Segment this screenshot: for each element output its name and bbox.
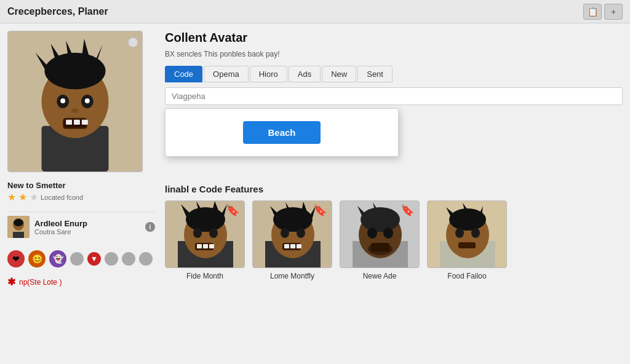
heart-icon: ❤ [12, 254, 20, 264]
star-2: ★ [18, 191, 27, 203]
user-name: Ardleol Enurp [34, 219, 140, 228]
svg-rect-38 [209, 244, 214, 248]
social-icon-4[interactable] [70, 252, 84, 266]
svg-point-14 [71, 108, 79, 113]
social-icon-6[interactable] [105, 252, 118, 266]
svg-point-23 [14, 219, 23, 226]
star-3-empty: ★ [30, 191, 38, 203]
title-bar-title: Crecepberces, Planer [7, 6, 108, 17]
new-to-smetter-section: New to Smetter ★ ★ ★ Located fcond [7, 181, 155, 205]
stars-row: ★ ★ ★ Located fcond [7, 191, 155, 203]
asterisk-icon: ✱ [7, 276, 15, 288]
bookmark-icon-2: 🔖 [313, 204, 327, 217]
svg-rect-62 [371, 243, 389, 251]
user-subtitle: Coutra Sare [34, 228, 140, 235]
feature-card-3: 🔖 Newe Ade [340, 200, 420, 280]
tab-code[interactable]: Code [165, 66, 202, 82]
user-avatar-small [7, 216, 30, 238]
feature-label-3: Newe Ade [363, 272, 397, 280]
clipboard-icon: 📋 [588, 7, 598, 17]
tab-ads[interactable]: Ads [289, 66, 321, 82]
svg-rect-50 [284, 244, 289, 248]
user-card: Ardleol Enurp Coutra Sare i [7, 212, 155, 242]
feature-label-2: Lome Montfly [270, 272, 314, 280]
features-section: linabl e Code Features [165, 184, 623, 280]
social-icon-2[interactable]: 😊 [28, 250, 46, 267]
face-icon: 😊 [32, 254, 42, 264]
social-icon-1[interactable]: ❤ [7, 250, 25, 267]
svg-point-12 [60, 98, 65, 103]
plus-icon: + [611, 7, 616, 17]
svg-rect-52 [297, 244, 301, 248]
svg-rect-17 [66, 120, 72, 125]
title-bar-btn-2[interactable]: + [604, 4, 623, 20]
bookmark-icon-1: 🔖 [226, 204, 239, 217]
feature-card-4: Food Failoo [427, 200, 507, 280]
beach-button[interactable]: Beach [243, 121, 320, 144]
svg-rect-36 [197, 244, 202, 248]
ghost-icon: 👻 [53, 254, 63, 264]
search-input[interactable] [165, 87, 623, 105]
svg-point-60 [383, 228, 393, 239]
svg-point-34 [209, 228, 218, 238]
svg-point-70 [455, 228, 464, 238]
left-sidebar: New to Smetter ★ ★ ★ Located fcond Ardle… [7, 31, 155, 357]
social-icon-3[interactable]: 👻 [49, 250, 66, 267]
feature-card-2: 🔖 Lome Montfly [252, 200, 332, 280]
tab-opema[interactable]: Opema [204, 66, 249, 82]
svg-point-56 [361, 207, 400, 232]
social-icon-5[interactable]: ▼ [87, 252, 101, 266]
svg-rect-37 [203, 244, 208, 248]
feature-image-4[interactable] [427, 200, 507, 268]
svg-rect-72 [458, 242, 476, 248]
search-area: Beach [165, 87, 623, 105]
main-content: New to Smetter ★ ★ ★ Located fcond Ardle… [0, 23, 630, 364]
star-1: ★ [7, 191, 16, 203]
svg-point-48 [297, 228, 305, 238]
features-title: linabl e Code Features [165, 184, 623, 194]
located-text: Located fcond [41, 194, 83, 201]
feature-image-1[interactable]: 🔖 [165, 200, 245, 268]
subtitle-text: BX sencles This ponbles baok pay! [165, 50, 623, 58]
svg-point-71 [471, 228, 480, 238]
feature-image-2[interactable]: 🔖 [252, 200, 332, 268]
svg-rect-24 [13, 232, 24, 238]
info-icon[interactable]: i [145, 222, 155, 232]
tab-sent[interactable]: Sent [357, 66, 393, 82]
svg-point-20 [128, 38, 138, 47]
right-content: Collent Avatar BX sencles This ponbles b… [165, 31, 623, 357]
feature-image-3[interactable]: 🔖 [340, 200, 420, 268]
feature-card-1: 🔖 Fide Month [165, 200, 245, 280]
feature-label-1: Fide Month [186, 272, 223, 280]
svg-point-59 [367, 228, 377, 239]
svg-rect-18 [74, 120, 80, 125]
svg-point-13 [85, 98, 90, 103]
bookmark-icon-3: 🔖 [401, 204, 414, 217]
tab-new[interactable]: New [322, 66, 356, 82]
collent-title: Collent Avatar [165, 31, 623, 45]
red-link-row[interactable]: ✱ np(Ste Lote ) [7, 276, 155, 288]
user-info: Ardleol Enurp Coutra Sare [34, 219, 140, 235]
red-link-text: np(Ste Lote ) [19, 278, 62, 287]
feature-label-4: Food Failoo [447, 272, 486, 280]
svg-rect-19 [82, 120, 88, 125]
title-bar-actions: 📋 + [583, 4, 623, 20]
svg-point-33 [193, 228, 202, 238]
title-bar: Crecepberces, Planer 📋 + [0, 0, 630, 23]
social-icon-8[interactable] [139, 252, 153, 266]
svg-rect-51 [290, 244, 295, 248]
features-grid: 🔖 Fide Month [165, 200, 623, 280]
down-icon: ▼ [90, 255, 98, 263]
new-to-smetter-title: New to Smetter [7, 181, 155, 190]
social-icon-7[interactable] [122, 252, 135, 266]
tab-hioro[interactable]: Hioro [250, 66, 287, 82]
svg-point-28 [186, 207, 225, 232]
avatar-image [7, 31, 143, 172]
svg-point-47 [281, 228, 289, 238]
tabs-row: Code Opema Hioro Ads New Sent [165, 66, 623, 82]
search-dropdown: Beach [165, 108, 399, 157]
title-bar-btn-1[interactable]: 📋 [583, 4, 602, 20]
social-icons-row: ❤ 😊 👻 ▼ [7, 248, 155, 270]
